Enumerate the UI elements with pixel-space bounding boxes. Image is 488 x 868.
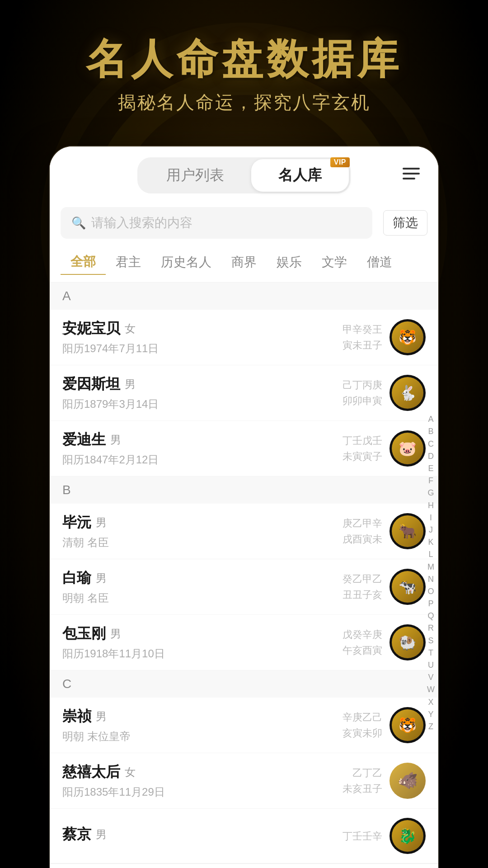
- alpha-letter-F[interactable]: F: [427, 475, 435, 487]
- avatar: 🐇: [389, 375, 426, 411]
- alpha-letter-Z[interactable]: Z: [427, 721, 435, 733]
- category-wenxue[interactable]: 文学: [312, 250, 357, 274]
- main-title: 名人命盘数据库: [86, 36, 402, 82]
- alpha-letter-E[interactable]: E: [426, 462, 435, 475]
- list-item[interactable]: 爱迪生 男 阳历1847年2月12日 丁壬戊壬 未寅寅子 🐷: [50, 421, 438, 476]
- list-item[interactable]: 爱因斯坦 男 阳历1879年3月14日 己丁丙庚 卯卯申寅 🐇: [50, 365, 438, 421]
- menu-button[interactable]: [398, 160, 425, 187]
- alpha-letter-Y[interactable]: Y: [426, 708, 435, 721]
- list-item[interactable]: 安妮宝贝 女 阳历1974年7月11日 甲辛癸王 寅未丑子 🐯: [50, 310, 438, 365]
- alpha-letter-I[interactable]: I: [428, 512, 434, 524]
- avatar: 🐯: [389, 319, 426, 355]
- list-item[interactable]: 蔡京 男 丁壬壬辛 🐉: [50, 809, 438, 863]
- category-bar: 全部君主历史名人商界娱乐文学僧道: [50, 245, 438, 283]
- alpha-letter-H[interactable]: H: [426, 500, 436, 512]
- list-item[interactable]: 慈禧太后 女 阳历1835年11月29日 乙丁乙 未亥丑子 🐗: [50, 753, 438, 809]
- alpha-letter-U[interactable]: U: [426, 659, 436, 671]
- search-input[interactable]: 🔍 请输入搜索的内容: [61, 207, 372, 239]
- phone-frame: 用户列表 名人库 VIP �: [50, 146, 438, 868]
- alpha-letter-D[interactable]: D: [426, 450, 436, 462]
- alpha-letter-K[interactable]: K: [426, 536, 435, 548]
- avatar: 🐂: [389, 513, 426, 549]
- sub-title: 揭秘名人命运，探究八字玄机: [86, 90, 402, 115]
- section-header-c: C: [50, 670, 438, 698]
- avatar: 🐷: [389, 430, 426, 467]
- avatar: 🐯: [389, 707, 426, 743]
- alpha-letter-L[interactable]: L: [427, 548, 435, 561]
- avatar: 🐄: [389, 569, 426, 605]
- list-item[interactable]: 包玉刚 男 阳历1918年11月10日 戊癸辛庚 午亥酉寅 🐏: [50, 615, 438, 670]
- alpha-letter-W[interactable]: W: [425, 684, 436, 696]
- filter-button[interactable]: 筛选: [383, 210, 427, 236]
- search-row: 🔍 请输入搜索的内容 筛选: [50, 201, 438, 245]
- alpha-letter-N[interactable]: N: [426, 573, 436, 585]
- alpha-letter-X[interactable]: X: [426, 696, 435, 708]
- category-shangjie[interactable]: 商界: [221, 250, 267, 274]
- list-container: ABCDEFGHIJKLMNOPQRSTUVWXYZ A 安妮宝贝 女 阳历19…: [50, 283, 438, 863]
- alpha-letter-M[interactable]: M: [426, 561, 436, 573]
- list-item[interactable]: 白瑜 男 明朝 名臣 癸乙甲乙 丑丑子亥 🐄: [50, 559, 438, 615]
- list-item[interactable]: 崇祯 男 明朝 末位皇帝 辛庚乙己 亥寅未卯 🐯: [50, 698, 438, 753]
- tab-group: 用户列表 名人库 VIP: [137, 157, 351, 193]
- bottom-nav: ☯ 📋 📖 ⚙️: [50, 863, 438, 868]
- alpha-letter-G[interactable]: G: [426, 487, 436, 499]
- category-lishi[interactable]: 历史名人: [151, 250, 221, 274]
- category-all[interactable]: 全部: [61, 250, 106, 275]
- alpha-letter-B[interactable]: B: [426, 425, 435, 438]
- section-header-a: A: [50, 283, 438, 310]
- alpha-letter-T[interactable]: T: [427, 647, 435, 659]
- alphabet-index: ABCDEFGHIJKLMNOPQRSTUVWXYZ: [425, 283, 436, 863]
- alpha-letter-R[interactable]: R: [426, 622, 436, 634]
- alpha-letter-O[interactable]: O: [426, 585, 436, 598]
- avatar: 🐏: [389, 624, 426, 660]
- avatar: 🐉: [389, 818, 426, 854]
- vip-badge: VIP: [330, 157, 350, 167]
- tab-bar: 用户列表 名人库 VIP: [50, 146, 438, 201]
- tab-user-list[interactable]: 用户列表: [139, 159, 251, 192]
- alpha-letter-A[interactable]: A: [426, 413, 435, 425]
- header-section: 名人命盘数据库 揭秘名人命运，探究八字玄机: [86, 0, 402, 133]
- alpha-letter-V[interactable]: V: [426, 671, 435, 684]
- search-icon: 🔍: [71, 216, 86, 230]
- category-yule[interactable]: 娱乐: [267, 250, 312, 274]
- alpha-letter-C[interactable]: C: [426, 438, 436, 450]
- category-sengdao[interactable]: 僧道: [357, 250, 402, 274]
- category-junzhu[interactable]: 君主: [106, 250, 151, 274]
- list-item[interactable]: 毕沅 男 清朝 名臣 庚乙甲辛 戌酉寅未 🐂: [50, 504, 438, 559]
- alpha-letter-Q[interactable]: Q: [426, 610, 436, 622]
- alpha-letter-J[interactable]: J: [427, 524, 435, 536]
- section-header-b: B: [50, 476, 438, 504]
- tab-famous-library[interactable]: 名人库 VIP: [251, 159, 349, 192]
- alpha-letter-P[interactable]: P: [426, 598, 435, 610]
- avatar: 🐗: [389, 763, 426, 799]
- alpha-letter-S[interactable]: S: [426, 635, 435, 647]
- search-placeholder: 请输入搜索的内容: [91, 214, 192, 231]
